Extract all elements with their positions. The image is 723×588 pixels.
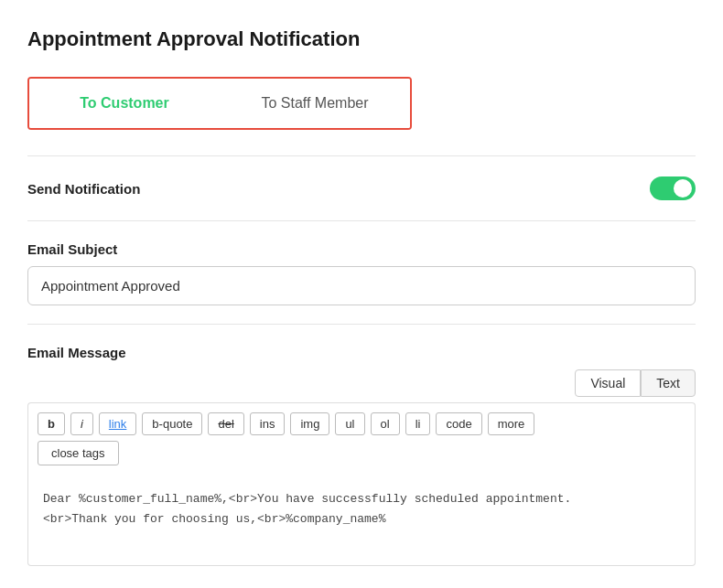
email-subject-section: Email Subject	[27, 241, 696, 305]
send-notification-row: Send Notification	[27, 176, 696, 200]
email-subject-input[interactable]	[27, 266, 696, 305]
toolbar-bquote[interactable]: b-quote	[142, 412, 202, 435]
visual-text-bar: Visual Text	[27, 369, 696, 397]
visual-button[interactable]: Visual	[575, 369, 641, 397]
email-subject-label: Email Subject	[27, 241, 696, 257]
toggle-slider	[650, 176, 696, 200]
toolbar-li[interactable]: li	[405, 412, 431, 435]
toolbar-more[interactable]: more	[488, 412, 535, 435]
tab-bar: To Customer To Staff Member	[27, 77, 412, 130]
toolbar-del[interactable]: del	[208, 412, 243, 435]
divider-3	[27, 324, 696, 325]
email-message-section: Email Message Visual Text b i link b-quo…	[27, 345, 696, 566]
toolbar-link[interactable]: link	[99, 412, 137, 435]
toolbar-ul[interactable]: ul	[335, 412, 364, 435]
toolbar-code[interactable]: code	[436, 412, 481, 435]
email-message-label: Email Message	[27, 345, 696, 360]
editor-content[interactable]: Dear %customer_full_name%,<br>You have s…	[27, 475, 696, 566]
editor-toolbar: b i link b-quote del ins img ul ol li co…	[27, 402, 696, 435]
toolbar-ins[interactable]: ins	[250, 412, 286, 435]
toolbar-close-tags[interactable]: close tags	[38, 441, 119, 465]
tab-to-staff-member[interactable]: To Staff Member	[220, 79, 410, 128]
send-notification-label: Send Notification	[27, 181, 140, 197]
send-notification-toggle[interactable]	[650, 176, 696, 200]
divider-2	[27, 220, 696, 221]
toolbar-italic[interactable]: i	[70, 412, 93, 435]
toolbar-bold[interactable]: b	[38, 412, 65, 435]
section-divider	[27, 155, 696, 156]
editor-text: Dear %customer_full_name%,<br>You have s…	[43, 489, 680, 529]
toolbar-row2: close tags	[27, 435, 696, 475]
tab-to-customer[interactable]: To Customer	[29, 79, 220, 128]
toolbar-ol[interactable]: ol	[371, 412, 400, 435]
page-title: Appointment Approval Notification	[27, 27, 696, 51]
text-button[interactable]: Text	[641, 369, 696, 397]
toolbar-img[interactable]: img	[290, 412, 329, 435]
